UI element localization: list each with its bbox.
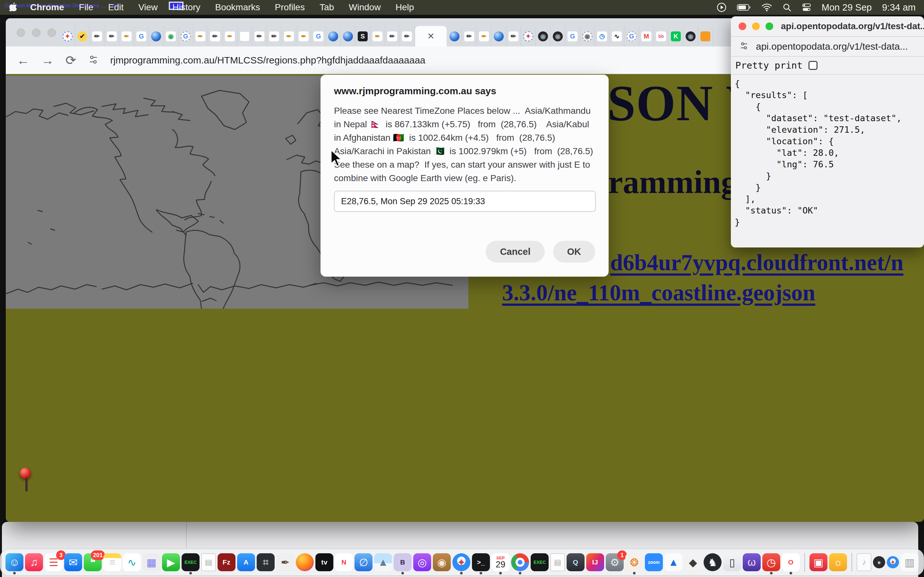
dock-item-launchpad[interactable]: ▦ xyxy=(142,553,160,571)
dock-item-opera[interactable]: O xyxy=(782,553,800,571)
dock-item-mail[interactable]: ✉ xyxy=(64,553,82,571)
dock-item-image-capture[interactable]: ▲ xyxy=(374,553,392,571)
tab-compass[interactable]: ✦ xyxy=(521,26,536,47)
apple-menu-icon[interactable] xyxy=(8,2,17,13)
dock-item-trash[interactable]: ▥ xyxy=(901,553,919,571)
pretty-print-checkbox[interactable] xyxy=(809,61,817,70)
address-bar[interactable]: rjmprogramming.com.au/HTMLCSS/regions.ph… xyxy=(110,55,425,66)
dialog-input[interactable] xyxy=(334,191,596,212)
tab-maps[interactable]: ◉ xyxy=(164,26,178,47)
dock-item-messages[interactable]: ❝201 xyxy=(84,553,102,571)
dock-item-freeform[interactable]: ∿ xyxy=(123,553,141,571)
tab-britbox[interactable]: bb xyxy=(654,26,669,47)
api-address-bar[interactable]: api.opentopodata.org/v1/test-data... xyxy=(756,41,908,52)
dock-item-finder[interactable]: ☺ xyxy=(5,553,23,571)
dock-item-photo-booth[interactable]: ▣ xyxy=(809,553,827,571)
dock-item-music[interactable]: ♫ xyxy=(25,553,43,571)
tab-compass[interactable]: ✦ xyxy=(60,26,75,47)
dock-item-bbedit[interactable]: B xyxy=(394,553,412,571)
tab-edit[interactable]: ✏ xyxy=(208,26,223,47)
tab-edit[interactable]: ✏ xyxy=(400,26,415,47)
window-controls[interactable] xyxy=(17,29,56,37)
dock-item-app-store[interactable]: A xyxy=(237,553,255,571)
tab-edit[interactable]: ✏ xyxy=(506,26,521,47)
dock-item-inkscape[interactable]: ◆ xyxy=(684,553,702,571)
menu-clock-time[interactable]: 9:34 am xyxy=(882,2,916,13)
tab-edit[interactable]: ✏ xyxy=(105,26,120,47)
tab-abc[interactable]: ∿ xyxy=(610,26,624,47)
tab-google-dashed[interactable]: G xyxy=(178,26,193,47)
tab-earth[interactable] xyxy=(149,26,164,47)
dock-item-iphone-mirroring[interactable]: ▯ xyxy=(723,553,741,571)
geojson-link-line1[interactable]: d6b4ur7yvpq.cloudfront.net/n xyxy=(610,250,903,276)
tab-edit-color[interactable]: ✒ xyxy=(477,26,491,47)
dock-item-music-file[interactable]: ♪ xyxy=(857,553,871,571)
tab-history[interactable]: ◷ xyxy=(595,26,610,47)
tab-gmail[interactable]: M xyxy=(639,26,654,47)
tab-edit[interactable]: ✏ xyxy=(462,26,477,47)
tab-chrome-dark[interactable]: ◉ xyxy=(683,26,698,47)
tab-earth[interactable] xyxy=(447,26,462,47)
zoom-window-button[interactable] xyxy=(47,29,56,37)
dock-item-facetime[interactable]: ▶ xyxy=(162,553,180,571)
tab-earth[interactable] xyxy=(341,26,355,47)
dock-item-minimized-safari[interactable]: ✦ xyxy=(887,556,899,568)
dock-item-contacts[interactable]: ◉ xyxy=(433,553,451,571)
dock-item-podcasts[interactable]: ◎ xyxy=(413,553,431,571)
zoom-window-button[interactable] xyxy=(766,23,773,30)
tab-kayo[interactable]: K xyxy=(669,26,683,47)
tab-google[interactable]: G xyxy=(311,26,326,47)
dock-item-speedtest-gauge[interactable]: ◷ xyxy=(762,553,780,571)
menu-tab[interactable]: Tab xyxy=(320,2,334,13)
dock-item-cmake[interactable]: ▲ xyxy=(664,553,682,571)
dock-item-zoom[interactable]: zoom xyxy=(645,553,663,571)
playback-icon[interactable] xyxy=(716,2,727,13)
dock-item-chrome[interactable] xyxy=(511,553,529,571)
geojson-link-line2[interactable]: 3.3.0/ne_110m_coastline.geojson xyxy=(502,280,815,306)
spotlight-search-icon[interactable] xyxy=(782,3,792,12)
tab-edit-color[interactable]: ✒ xyxy=(120,26,134,47)
tab-chrome-dark[interactable]: ◉ xyxy=(536,26,551,47)
tab-edit[interactable]: ✏ xyxy=(267,26,282,47)
tab-edit-color[interactable]: ✒ xyxy=(223,26,237,47)
menu-clock-date[interactable]: Mon 29 Sep xyxy=(822,2,872,13)
dock-item-terminal[interactable]: >_ xyxy=(472,553,490,571)
minimize-window-button[interactable] xyxy=(752,23,760,30)
tab-chrome-dashed[interactable]: ◉ xyxy=(580,26,595,47)
dock-item-libreoffice[interactable]: ▤ xyxy=(550,553,565,571)
dock-item-safari[interactable]: ✦ xyxy=(452,553,470,571)
close-window-button[interactable] xyxy=(738,23,746,30)
tab-edit-color[interactable]: ✒ xyxy=(282,26,296,47)
minimize-window-button[interactable] xyxy=(32,29,40,37)
dock-item-paint-palette[interactable]: ❂ xyxy=(625,553,643,571)
dock-item-system-settings[interactable]: ⚙1 xyxy=(606,553,624,571)
ok-button[interactable]: OK xyxy=(553,241,596,263)
tab-edit-color[interactable]: ✒ xyxy=(296,26,311,47)
tab-edit[interactable]: ✏ xyxy=(90,26,105,47)
dock-item-intellij-idea[interactable]: IJ xyxy=(586,553,604,571)
battery-icon[interactable] xyxy=(737,3,751,11)
dock-item-minimized-app[interactable]: ● xyxy=(873,556,885,568)
tab-edit-color[interactable]: ✒ xyxy=(193,26,208,47)
tab-doc[interactable] xyxy=(237,26,252,47)
menu-chrome[interactable]: Chrome xyxy=(30,2,64,13)
dock-item-tips[interactable]: ☼ xyxy=(829,553,847,571)
dock-item-terminal-exec-2[interactable]: EXEC xyxy=(531,553,549,571)
active-tab[interactable]: ✕ xyxy=(415,26,447,47)
close-tab-icon[interactable]: ✕ xyxy=(427,31,435,41)
menu-edit[interactable]: Edit xyxy=(108,2,124,13)
dock-item-firefox[interactable] xyxy=(296,553,314,571)
dock-item-terminal-exec[interactable]: EXEC xyxy=(182,553,200,571)
tab-sdoc[interactable]: S xyxy=(355,26,370,47)
tab-earth[interactable] xyxy=(491,26,506,47)
back-button[interactable]: ← xyxy=(17,54,29,67)
tab-earth[interactable] xyxy=(326,26,341,47)
menu-file[interactable]: File xyxy=(79,2,94,13)
menu-help[interactable]: Help xyxy=(396,2,414,13)
menu-profiles[interactable]: Profiles xyxy=(275,2,305,13)
dock-item-github-desktop[interactable]: ♞ xyxy=(704,553,722,571)
forward-button[interactable]: → xyxy=(41,54,54,67)
tab-google[interactable]: G xyxy=(565,26,580,47)
tab-edit[interactable]: ✏ xyxy=(252,26,267,47)
tab-edit-color[interactable]: ✒ xyxy=(370,26,385,47)
